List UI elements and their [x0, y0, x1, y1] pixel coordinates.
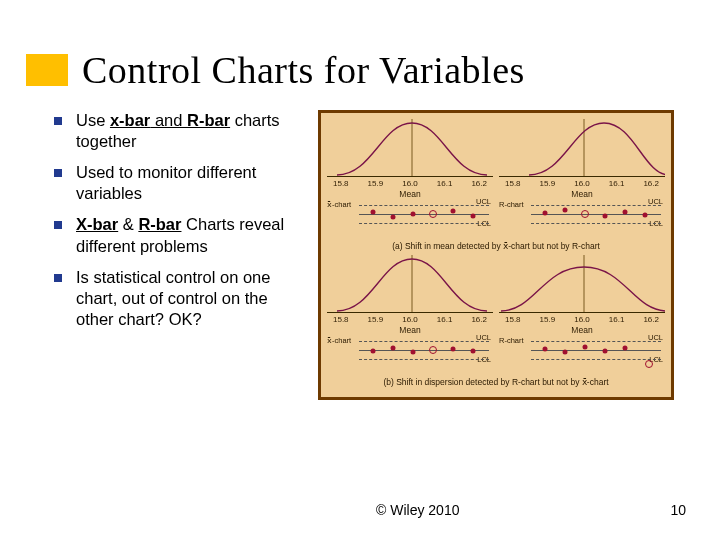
panel-b-left: 15.815.916.016.116.2 Mean x̄-chart UCL L…: [327, 255, 493, 367]
t: Use: [76, 111, 110, 129]
accent-square-icon: [26, 54, 68, 86]
panel-a-left: 15.815.916.016.116.2 Mean x̄-chart UCL L…: [327, 119, 493, 231]
slide: Control Charts for Variables Use x-bar a…: [0, 0, 720, 540]
bullet-3: X-bar & R-bar Charts reveal different pr…: [54, 214, 300, 256]
control-strip-xbar: x̄-chart UCL LCL: [327, 337, 493, 367]
rchart-label: R-chart: [499, 336, 524, 345]
axis-ticks: 15.815.916.016.116.2: [327, 313, 493, 324]
panel-a-right: 15.815.916.016.116.2 Mean R-chart UCL LC…: [499, 119, 665, 231]
control-strip-rchart: R-chart UCL LCL: [499, 201, 665, 231]
t: x-bar: [110, 111, 150, 129]
bullet-1: Use x-bar and R-bar charts together: [54, 110, 300, 152]
axis-label: Mean: [327, 189, 493, 199]
control-strip-xbar: x̄-chart UCL LCL: [327, 201, 493, 231]
t: and: [150, 111, 187, 129]
distribution-curve: [327, 255, 493, 313]
xbar-label: x̄-chart: [327, 200, 351, 209]
axis-label: Mean: [327, 325, 493, 335]
t: &: [118, 215, 138, 233]
caption-b: (b) Shift in dispersion detected by R-ch…: [327, 377, 665, 387]
figure: 15.815.916.016.116.2 Mean x̄-chart UCL L…: [318, 110, 674, 400]
slide-title: Control Charts for Variables: [82, 48, 525, 92]
distribution-curve: [499, 119, 665, 177]
panel-b-right: 15.815.916.016.116.2 Mean R-chart UCL LC…: [499, 255, 665, 367]
axis-label: Mean: [499, 325, 665, 335]
distribution-curve: [499, 255, 665, 313]
bullet-4: Is statistical control on one chart, out…: [54, 267, 300, 330]
page-number: 10: [670, 502, 686, 518]
axis-ticks: 15.815.916.016.116.2: [327, 177, 493, 188]
distribution-curve: [327, 119, 493, 177]
axis-label: Mean: [499, 189, 665, 199]
body-row: Use x-bar and R-bar charts together Used…: [32, 110, 688, 400]
axis-ticks: 15.815.916.016.116.2: [499, 313, 665, 324]
t: X-bar: [76, 215, 118, 233]
xbar-label: x̄-chart: [327, 336, 351, 345]
rchart-label: R-chart: [499, 200, 524, 209]
t: R-bar: [138, 215, 181, 233]
t: R-bar: [187, 111, 230, 129]
bullet-list: Use x-bar and R-bar charts together Used…: [32, 110, 300, 340]
control-strip-rchart: R-chart UCL LCL: [499, 337, 665, 367]
copyright: © Wiley 2010: [376, 502, 459, 518]
title-row: Control Charts for Variables: [26, 48, 688, 92]
bullet-2: Used to monitor different variables: [54, 162, 300, 204]
axis-ticks: 15.815.916.016.116.2: [499, 177, 665, 188]
caption-a: (a) Shift in mean detected by x̄-chart b…: [327, 241, 665, 251]
